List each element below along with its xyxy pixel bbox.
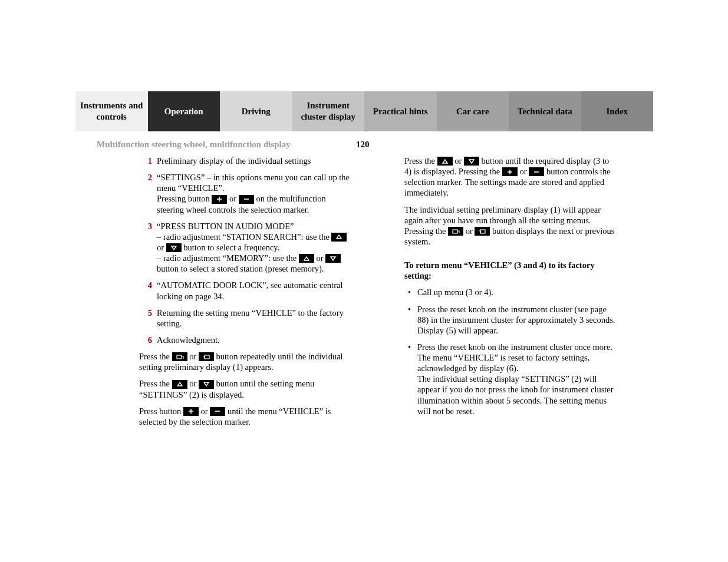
svg-marker-5 bbox=[304, 257, 309, 260]
tab-driving[interactable]: Driving bbox=[220, 91, 292, 131]
list-item: 4 “AUTOMATIC DOOR LOCK”, see automatic c… bbox=[140, 280, 353, 301]
list-item: 2 “SETTINGS” – in this options menu you … bbox=[140, 172, 353, 215]
down-arrow-icon bbox=[166, 243, 182, 252]
tab-operation[interactable]: Operation bbox=[148, 91, 220, 131]
item-number: 6 bbox=[140, 335, 152, 345]
plus-icon bbox=[502, 167, 518, 176]
plus-icon bbox=[183, 407, 199, 416]
screen-prev-icon bbox=[172, 352, 187, 361]
plus-icon bbox=[212, 195, 227, 204]
list-item: 6 Acknowledgment. bbox=[140, 335, 353, 345]
tab-instruments-controls[interactable]: Instruments and controls bbox=[75, 91, 148, 131]
minus-icon bbox=[239, 195, 254, 204]
section-title: Multifunction steering wheel, multifunct… bbox=[97, 140, 291, 150]
item-number: 3 bbox=[140, 221, 152, 275]
up-arrow-icon bbox=[172, 380, 187, 389]
text: Press the bbox=[139, 379, 172, 388]
text: or bbox=[199, 406, 210, 416]
screen-next-icon bbox=[199, 352, 214, 361]
bullet-item: Press the reset knob on the instrument c… bbox=[404, 342, 617, 416]
text: Press button bbox=[139, 406, 183, 416]
svg-marker-10 bbox=[204, 382, 209, 386]
item-number: 1 bbox=[140, 156, 152, 166]
list-item: 3 “PRESS BUTTON IN AUDIO MODE” – radio a… bbox=[140, 221, 353, 275]
text: Press the reset knob on the instrument c… bbox=[417, 342, 612, 373]
bullet-item: Press the reset knob on the instrument c… bbox=[404, 304, 617, 336]
text: button to select a stored station (prese… bbox=[157, 264, 324, 273]
paragraph: Press the or button repeatedly until the… bbox=[139, 351, 353, 372]
screen-next-icon bbox=[475, 227, 490, 236]
text: “PRESS BUTTON IN AUDIO MODE” bbox=[157, 222, 294, 231]
svg-marker-14 bbox=[443, 160, 447, 163]
text: or bbox=[157, 243, 166, 252]
up-arrow-icon bbox=[437, 157, 453, 166]
numbered-list: 1 Preliminary display of the individual … bbox=[140, 156, 353, 345]
manual-page: Instruments and controls Operation Drivi… bbox=[75, 91, 653, 433]
up-arrow-icon bbox=[299, 254, 314, 263]
content-columns: 1 Preliminary display of the individual … bbox=[75, 156, 653, 433]
text: or bbox=[453, 156, 464, 166]
up-arrow-icon bbox=[331, 233, 347, 242]
item-text: Preliminary display of the individual se… bbox=[157, 156, 353, 166]
down-arrow-icon bbox=[325, 254, 341, 263]
svg-marker-3 bbox=[337, 235, 341, 239]
list-item: 5 Returning the setting menu “VEHICLE” t… bbox=[140, 308, 353, 329]
svg-marker-15 bbox=[469, 160, 474, 163]
paragraph: The individual setting preliminary displ… bbox=[404, 204, 617, 247]
tab-cluster-display[interactable]: Instrument cluster display bbox=[292, 91, 365, 131]
svg-rect-7 bbox=[177, 355, 182, 359]
tab-car-care[interactable]: Car care bbox=[437, 91, 509, 131]
text: or bbox=[518, 167, 529, 176]
text: or bbox=[187, 352, 199, 361]
paragraph: Press the or button until the required d… bbox=[404, 156, 617, 199]
item-number: 4 bbox=[140, 280, 152, 301]
text: Pressing button bbox=[157, 194, 212, 203]
text: or bbox=[463, 226, 475, 236]
text: or bbox=[227, 194, 238, 203]
page-number: 120 bbox=[356, 140, 370, 150]
tab-bar: Instruments and controls Operation Drivi… bbox=[75, 91, 653, 131]
down-arrow-icon bbox=[464, 157, 479, 166]
tab-technical-data[interactable]: Technical data bbox=[509, 91, 581, 131]
svg-marker-9 bbox=[177, 382, 182, 386]
page-header: Multifunction steering wheel, multifunct… bbox=[75, 140, 653, 150]
text: Press the bbox=[139, 352, 172, 361]
bullet-item: Call up menu (3 or 4). bbox=[404, 287, 617, 297]
text: Press the bbox=[404, 156, 437, 166]
text: “SETTINGS” – in this options menu you ca… bbox=[157, 173, 350, 193]
text: – radio adjustment “MEMORY”: use the bbox=[157, 253, 299, 263]
right-column: Press the or button until the required d… bbox=[404, 156, 617, 433]
item-text: Returning the setting menu “VEHICLE” to … bbox=[157, 308, 353, 329]
tab-practical-hints[interactable]: Practical hints bbox=[364, 91, 437, 131]
svg-marker-6 bbox=[331, 257, 335, 260]
item-number: 2 bbox=[140, 172, 152, 215]
svg-marker-4 bbox=[172, 246, 176, 250]
tab-index[interactable]: Index bbox=[581, 91, 654, 131]
text: – radio adjustment “STATION SEARCH”: use… bbox=[157, 232, 331, 242]
screen-prev-icon bbox=[448, 227, 463, 236]
subheading: To return menu “VEHICLE” (3 and 4) to it… bbox=[404, 260, 617, 281]
item-text: “PRESS BUTTON IN AUDIO MODE” – radio adj… bbox=[157, 221, 353, 275]
left-column: 1 Preliminary display of the individual … bbox=[140, 156, 353, 433]
paragraph: Press button or until the menu “VEHICLE”… bbox=[139, 406, 353, 427]
minus-icon bbox=[529, 167, 544, 176]
item-text: Acknowledgment. bbox=[157, 335, 353, 345]
svg-rect-19 bbox=[453, 230, 457, 233]
item-text: “SETTINGS” – in this options menu you ca… bbox=[157, 172, 353, 215]
bullet-list: Call up menu (3 or 4). Press the reset k… bbox=[404, 287, 617, 416]
item-text: “AUTOMATIC DOOR LOCK”, see automatic cen… bbox=[157, 280, 353, 301]
svg-rect-20 bbox=[480, 230, 485, 233]
text: or bbox=[314, 253, 325, 263]
minus-icon bbox=[210, 407, 225, 416]
list-item: 1 Preliminary display of the individual … bbox=[140, 156, 353, 166]
text: The individual setting display “SETTINGS… bbox=[417, 374, 614, 415]
item-number: 5 bbox=[140, 308, 152, 329]
svg-rect-8 bbox=[205, 355, 209, 359]
text: button to select a frequency. bbox=[182, 243, 280, 252]
paragraph: Press the or button until the setting me… bbox=[139, 378, 353, 399]
down-arrow-icon bbox=[199, 380, 214, 389]
text: or bbox=[187, 379, 199, 388]
